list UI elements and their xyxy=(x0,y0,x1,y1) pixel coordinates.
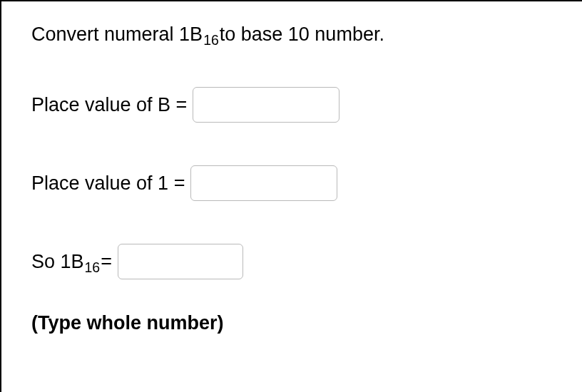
label-place-value-1: Place value of 1 = xyxy=(31,172,185,195)
question-post: to base 10 number. xyxy=(220,23,384,46)
result-pre: So 1B xyxy=(31,250,84,273)
input-place-value-1[interactable] xyxy=(190,165,337,201)
question-sub: 16 xyxy=(203,32,219,48)
row-place-value-1: Place value of 1 = xyxy=(31,165,582,201)
result-post: = xyxy=(101,250,112,273)
input-result[interactable] xyxy=(118,244,243,279)
result-sub: 16 xyxy=(85,259,101,276)
question-pre: Convert numeral 1B xyxy=(31,23,203,46)
question-panel: Convert numeral 1B 16 to base 10 number.… xyxy=(0,0,582,392)
input-place-value-b[interactable] xyxy=(193,87,340,123)
row-result: So 1B 16 = xyxy=(31,244,582,279)
row-place-value-b: Place value of B = xyxy=(31,87,582,123)
hint-text: (Type whole number) xyxy=(31,312,582,334)
label-place-value-b: Place value of B = xyxy=(31,93,187,116)
question-text: Convert numeral 1B 16 to base 10 number. xyxy=(31,23,582,46)
